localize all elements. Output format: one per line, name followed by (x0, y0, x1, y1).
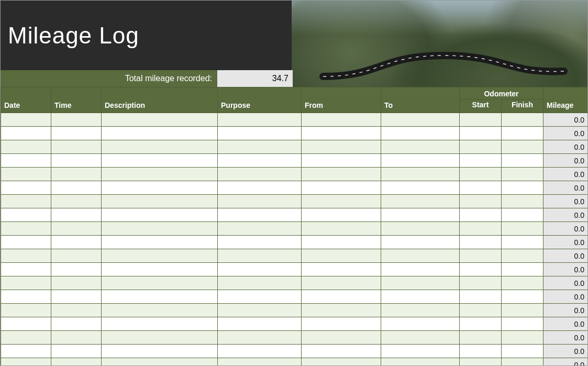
cell-purpose[interactable] (218, 331, 302, 345)
cell-time[interactable] (51, 290, 102, 304)
col-to[interactable]: To (381, 87, 460, 113)
cell-from[interactable] (302, 317, 381, 331)
cell-finish[interactable] (502, 181, 543, 195)
col-purpose[interactable]: Purpose (218, 87, 302, 113)
cell-description[interactable] (102, 236, 218, 249)
cell-purpose[interactable] (218, 140, 302, 154)
cell-to[interactable] (381, 113, 460, 127)
cell-start[interactable] (460, 140, 502, 154)
cell-start[interactable] (460, 168, 502, 181)
cell-date[interactable] (1, 358, 51, 367)
cell-description[interactable] (102, 113, 218, 127)
cell-finish[interactable] (502, 358, 543, 367)
cell-from[interactable] (302, 358, 381, 367)
cell-time[interactable] (51, 222, 102, 236)
cell-finish[interactable] (502, 276, 543, 290)
cell-purpose[interactable] (218, 154, 302, 168)
cell-description[interactable] (102, 249, 218, 263)
cell-from[interactable] (302, 140, 381, 154)
cell-time[interactable] (51, 195, 102, 208)
cell-finish[interactable] (502, 331, 543, 345)
cell-start[interactable] (460, 236, 502, 249)
cell-description[interactable] (102, 304, 218, 317)
cell-finish[interactable] (502, 195, 543, 208)
col-finish[interactable]: Finish (502, 99, 543, 113)
cell-start[interactable] (460, 208, 502, 222)
cell-date[interactable] (1, 113, 51, 127)
cell-purpose[interactable] (218, 208, 302, 222)
cell-to[interactable] (381, 358, 460, 367)
cell-finish[interactable] (502, 168, 543, 181)
cell-description[interactable] (102, 317, 218, 331)
cell-from[interactable] (302, 127, 381, 140)
cell-time[interactable] (51, 304, 102, 317)
cell-description[interactable] (102, 208, 218, 222)
cell-from[interactable] (302, 168, 381, 181)
cell-time[interactable] (51, 208, 102, 222)
cell-date[interactable] (1, 154, 51, 168)
cell-from[interactable] (302, 304, 381, 317)
cell-from[interactable] (302, 236, 381, 249)
cell-to[interactable] (381, 304, 460, 317)
cell-to[interactable] (381, 345, 460, 358)
cell-start[interactable] (460, 113, 502, 127)
cell-purpose[interactable] (218, 290, 302, 304)
cell-to[interactable] (381, 181, 460, 195)
col-start[interactable]: Start (460, 99, 502, 113)
cell-purpose[interactable] (218, 168, 302, 181)
cell-from[interactable] (302, 181, 381, 195)
cell-purpose[interactable] (218, 317, 302, 331)
cell-purpose[interactable] (218, 127, 302, 140)
cell-date[interactable] (1, 276, 51, 290)
cell-start[interactable] (460, 127, 502, 140)
cell-to[interactable] (381, 290, 460, 304)
cell-description[interactable] (102, 222, 218, 236)
cell-from[interactable] (302, 195, 381, 208)
cell-date[interactable] (1, 236, 51, 249)
cell-purpose[interactable] (218, 263, 302, 276)
cell-time[interactable] (51, 127, 102, 140)
cell-from[interactable] (302, 331, 381, 345)
cell-finish[interactable] (502, 304, 543, 317)
cell-to[interactable] (381, 236, 460, 249)
cell-start[interactable] (460, 290, 502, 304)
cell-from[interactable] (302, 154, 381, 168)
col-date[interactable]: Date (1, 87, 51, 113)
cell-time[interactable] (51, 236, 102, 249)
cell-start[interactable] (460, 358, 502, 367)
col-description[interactable]: Description (102, 87, 218, 113)
cell-finish[interactable] (502, 236, 543, 249)
cell-start[interactable] (460, 195, 502, 208)
cell-date[interactable] (1, 195, 51, 208)
cell-time[interactable] (51, 358, 102, 367)
cell-finish[interactable] (502, 317, 543, 331)
cell-finish[interactable] (502, 140, 543, 154)
cell-time[interactable] (51, 317, 102, 331)
cell-to[interactable] (381, 317, 460, 331)
cell-finish[interactable] (502, 127, 543, 140)
cell-time[interactable] (51, 113, 102, 127)
cell-finish[interactable] (502, 263, 543, 276)
col-mileage[interactable]: Mileage (543, 87, 588, 113)
cell-description[interactable] (102, 358, 218, 367)
cell-start[interactable] (460, 154, 502, 168)
cell-to[interactable] (381, 208, 460, 222)
cell-description[interactable] (102, 140, 218, 154)
cell-purpose[interactable] (218, 181, 302, 195)
cell-time[interactable] (51, 168, 102, 181)
cell-date[interactable] (1, 345, 51, 358)
cell-date[interactable] (1, 222, 51, 236)
cell-description[interactable] (102, 276, 218, 290)
cell-date[interactable] (1, 263, 51, 276)
cell-description[interactable] (102, 195, 218, 208)
cell-purpose[interactable] (218, 222, 302, 236)
cell-to[interactable] (381, 222, 460, 236)
cell-start[interactable] (460, 222, 502, 236)
cell-start[interactable] (460, 249, 502, 263)
cell-from[interactable] (302, 113, 381, 127)
col-from[interactable]: From (302, 87, 381, 113)
cell-to[interactable] (381, 249, 460, 263)
cell-to[interactable] (381, 263, 460, 276)
cell-time[interactable] (51, 276, 102, 290)
cell-start[interactable] (460, 276, 502, 290)
